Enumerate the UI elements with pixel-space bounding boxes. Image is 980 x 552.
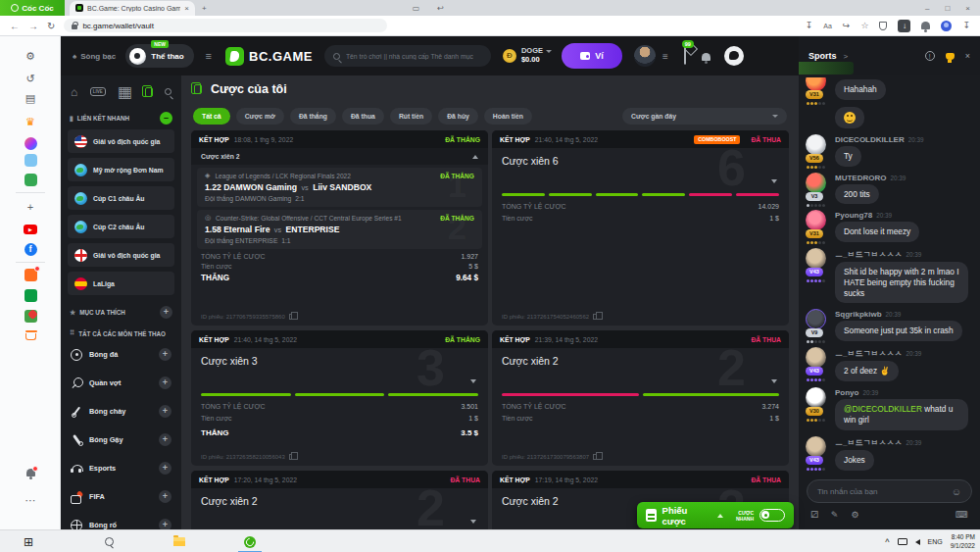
- bet-card[interactable]: KẾT HỢP 18:08, 1 thg 9, 2022 ĐÃ THẮNG Cư…: [191, 130, 488, 326]
- wallet-button[interactable]: Ví: [562, 43, 622, 69]
- trophy-icon[interactable]: [946, 53, 955, 60]
- chat-input[interactable]: Tin nhắn của bạn ☺: [807, 479, 972, 503]
- sidebar-item-fifa[interactable]: FIFA+: [68, 484, 174, 509]
- sidebar-item-league[interactable]: Cúp C1 châu Âu: [68, 186, 174, 210]
- sidebar-item-league[interactable]: Giải vô địch quốc gia: [68, 243, 174, 267]
- avatar[interactable]: [806, 77, 826, 91]
- close-button[interactable]: ×: [965, 4, 970, 13]
- sidebar-item-esports[interactable]: Esports+: [68, 456, 174, 480]
- reader-mode-icon[interactable]: ▭: [413, 4, 420, 13]
- history-icon[interactable]: ↺: [0, 72, 61, 85]
- chat-toggle-button[interactable]: [724, 46, 744, 66]
- add-favorite-button[interactable]: +: [160, 306, 172, 319]
- forward-icon[interactable]: →: [28, 21, 38, 31]
- expand-icon[interactable]: [771, 179, 777, 183]
- chevron-right-icon[interactable]: >: [844, 52, 849, 61]
- coccoc-taskbar-button[interactable]: [235, 530, 265, 552]
- bet-slip-button[interactable]: Phiếu cược CƯỢCNHANH: [637, 502, 794, 528]
- copy-icon[interactable]: [289, 454, 294, 460]
- expand-icon[interactable]: +: [159, 348, 172, 361]
- bet-name-row[interactable]: Cược xiên 2: [191, 148, 488, 165]
- tab-cancelled[interactable]: Đã hủy: [438, 108, 478, 125]
- sidebar-item-league[interactable]: LaLiga: [68, 272, 174, 295]
- sidebar-item-league[interactable]: Mỹ mở rộng Đơn Nam: [68, 158, 174, 181]
- expand-icon[interactable]: +: [159, 462, 172, 475]
- bet-card[interactable]: KẾT HỢP 21:40, 14 thg 5, 2022 COMBOBOOST…: [492, 130, 789, 326]
- add-shortcut-icon[interactable]: +: [0, 200, 61, 214]
- adblock-shield-icon[interactable]: [879, 22, 887, 30]
- sports-room-dropdown[interactable]: [799, 62, 854, 75]
- youtube-icon[interactable]: ▶: [0, 221, 61, 234]
- bet-leg[interactable]: 1 ◈ League of Legends / LCK Regional Fin…: [197, 168, 482, 207]
- reload-icon[interactable]: ↻: [47, 21, 55, 31]
- avatar[interactable]: [806, 347, 826, 368]
- chat-username[interactable]: Pyoung78: [835, 211, 872, 220]
- bet-card[interactable]: KẾT HỢP 21:39, 14 thg 5, 2022 ĐÃ THUA Cư…: [492, 330, 789, 466]
- maximize-button[interactable]: □: [945, 4, 950, 13]
- sidebar-item-football[interactable]: Bóng đá+: [68, 342, 174, 367]
- sidebar-item-league[interactable]: Giải vô địch quốc gia: [68, 129, 174, 153]
- keyboard-icon[interactable]: ⌨: [956, 510, 968, 520]
- bookmark-star-icon[interactable]: ☆: [860, 21, 868, 30]
- copy-icon[interactable]: [593, 314, 598, 320]
- sidebar-search-icon[interactable]: [165, 88, 172, 95]
- coin-drop-icon[interactable]: ⚙: [851, 510, 858, 520]
- start-button[interactable]: ⊞: [14, 530, 43, 552]
- notifications-button[interactable]: [702, 47, 710, 65]
- calendar-icon[interactable]: ▦: [118, 82, 132, 101]
- copy-icon[interactable]: [289, 314, 294, 320]
- sidebar-item-cricket[interactable]: Bóng Gậy+: [68, 427, 174, 452]
- mention[interactable]: @DICECOLDKILLER: [844, 404, 922, 414]
- expand-icon[interactable]: [771, 379, 777, 383]
- facebook-icon[interactable]: f: [0, 241, 61, 256]
- tab-cashout[interactable]: Rút tiền: [390, 108, 432, 125]
- chat-username[interactable]: DICECOLDKILLER: [835, 135, 905, 144]
- downloads-tray-icon[interactable]: ↧: [962, 21, 970, 30]
- crown-icon[interactable]: ♛: [0, 115, 61, 128]
- chat-username[interactable]: MUTEDRORO: [835, 174, 886, 182]
- cart-icon[interactable]: [0, 329, 61, 343]
- rain-icon[interactable]: ⚂: [810, 510, 818, 520]
- clock[interactable]: 8:40 PM9/1/2022: [951, 533, 975, 549]
- game-controller-icon[interactable]: [0, 174, 61, 189]
- speaker-icon[interactable]: [915, 539, 920, 545]
- avatar[interactable]: [806, 387, 826, 408]
- browser-tab[interactable]: BC.Game: Crypto Casino Gam ×: [70, 1, 195, 16]
- save-page-icon[interactable]: ↧: [806, 21, 813, 30]
- expand-icon[interactable]: +: [159, 490, 172, 503]
- language-indicator[interactable]: ENG: [928, 538, 943, 545]
- balance-selector[interactable]: Đ DOGE $0.00: [503, 47, 552, 64]
- shopping-app-icon[interactable]: [0, 269, 61, 284]
- url-text[interactable]: bc.game/wallet/vault: [82, 22, 153, 30]
- bet-card[interactable]: KẾT HỢP 21:40, 14 thg 5, 2022 ĐÃ THẮNG C…: [191, 330, 488, 466]
- sidebar-item-tennis[interactable]: Quần vợt+: [68, 371, 174, 395]
- news-app-icon[interactable]: [0, 310, 61, 326]
- messenger-icon[interactable]: [0, 135, 61, 150]
- collapse-icon[interactable]: [472, 155, 478, 159]
- expand-icon[interactable]: +: [159, 376, 172, 389]
- twitter-icon[interactable]: [0, 154, 61, 170]
- address-bar[interactable]: bc.game/wallet/vault: [64, 19, 387, 32]
- copy-icon[interactable]: [593, 454, 598, 460]
- avatar[interactable]: [806, 436, 826, 457]
- rules-icon[interactable]: ✎: [831, 510, 839, 520]
- notification-bell-icon[interactable]: [921, 22, 930, 29]
- download-button[interactable]: ↓: [898, 20, 910, 32]
- chat-room-title[interactable]: Sports: [808, 51, 837, 61]
- collapse-button[interactable]: –: [160, 112, 172, 125]
- sort-dropdown[interactable]: Cược gần đây: [622, 108, 787, 125]
- expand-icon[interactable]: +: [159, 433, 172, 446]
- gear-icon[interactable]: ⚙: [0, 49, 61, 63]
- coccoc-brand[interactable]: Cốc Cốc: [0, 0, 65, 16]
- nav-sports[interactable]: Thể thao NEW: [125, 44, 193, 68]
- taskbar-search-button[interactable]: [94, 530, 123, 552]
- avatar[interactable]: [806, 134, 826, 155]
- menu-icon[interactable]: ≡: [206, 50, 212, 62]
- bet-leg[interactable]: 2 ◎ Counter-Strike: Global Offensive / C…: [197, 210, 482, 249]
- account-menu-icon[interactable]: ≡: [662, 51, 668, 62]
- expand-icon[interactable]: [470, 520, 476, 524]
- browser-profile-icon[interactable]: [941, 21, 952, 31]
- quick-bet-toggle[interactable]: [760, 509, 785, 522]
- more-icon[interactable]: ⋯: [0, 493, 61, 507]
- mail-button[interactable]: 99: [684, 47, 686, 65]
